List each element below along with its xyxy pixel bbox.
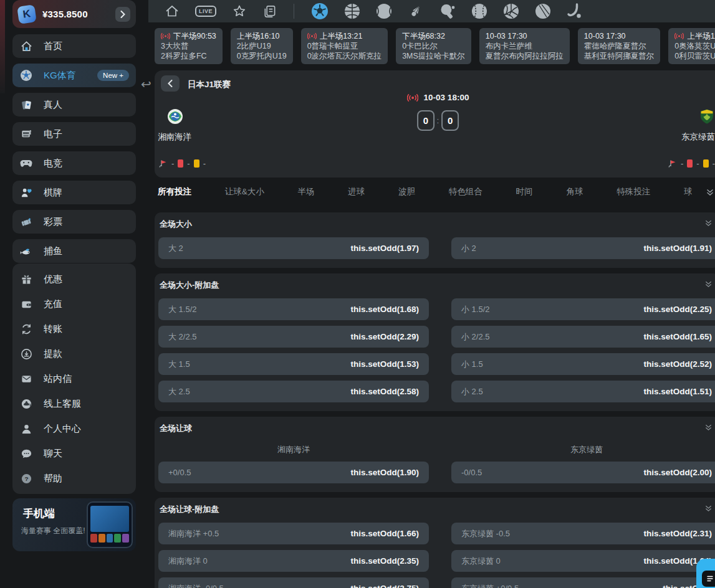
odd-button[interactable]: 湘南海洋 +0.5this.setOdd(1.66) [158, 523, 429, 544]
tab-half[interactable]: 半场 [298, 186, 315, 197]
odd-button[interactable]: 东京绿茵 +0/0.5this.setOdd( [451, 577, 715, 588]
odd-button[interactable]: 大 2this.setOdd(1.97) [158, 237, 429, 259]
collapse-chevron-icon[interactable] [704, 424, 713, 431]
sidebar-item-profile[interactable]: 个人中心 [12, 416, 136, 441]
back-button[interactable] [161, 75, 180, 92]
tab-all-bets[interactable]: 所有投注 [158, 186, 191, 197]
odd-button[interactable]: 小 2/2.5this.setOdd(1.65) [451, 326, 715, 348]
ticker-card[interactable]: 10-03 17:30 霍德哈萨隆夏普尔 基利亚特阿挪夏普尔 [578, 28, 661, 64]
sport-tennis-icon[interactable] [376, 3, 392, 19]
live-icon [307, 32, 317, 40]
tab-handicap-ou[interactable]: 让球&大小 [225, 186, 264, 197]
market-section-full-handicap: 全场让球 湘南海洋 东京绿茵 +0/0.5this.setOdd(1.90) -… [155, 417, 715, 492]
sidebar-item-esports[interactable]: 电竞 [12, 151, 136, 175]
sport-basketball-icon[interactable] [344, 3, 360, 19]
match-status: 上半场13:21 [320, 31, 363, 41]
chevron-double-right-icon[interactable] [706, 188, 714, 196]
selection-label: 小 2 [461, 243, 476, 254]
odd-value: this.setOdd(1.53) [350, 359, 419, 369]
selection-label: 大 1.5/2 [168, 304, 197, 315]
help-icon: ? [19, 473, 33, 485]
sidebar-item-home[interactable]: 首页 [12, 34, 136, 58]
ticker-card[interactable]: 下半场90:53 3大坎普 2科罗拉多FC [155, 28, 223, 64]
tab-corners[interactable]: 角球 [566, 186, 583, 197]
sidebar-item-transfer[interactable]: 转账 [12, 316, 136, 341]
match-status: 10-03 17:30 [486, 31, 527, 41]
sport-tabletennis-icon[interactable] [439, 3, 456, 19]
odd-value: this.setOdd(1.65) [643, 332, 712, 341]
sport-baseball-icon[interactable] [471, 3, 487, 19]
sidebar-item-deposit[interactable]: 充值 [12, 292, 136, 316]
odd-button[interactable]: 大 1.5/2this.setOdd(1.68) [158, 298, 429, 320]
tab-specials-combo[interactable]: 特色组合 [449, 186, 482, 197]
sport-hockey-icon[interactable] [567, 3, 583, 19]
ticker-card[interactable]: 上半场11:26 0奥洛莫茨U19 0利贝雷茨U19 [668, 28, 715, 64]
sidebar-item-slots[interactable]: 电子 [12, 122, 136, 146]
collapse-chevron-icon[interactable] [704, 219, 713, 227]
home-column-header: 湘南海洋 [158, 444, 429, 455]
sidebar-item-support[interactable]: 线上客服 [12, 391, 136, 416]
handicap-column-headers: 湘南海洋 东京绿茵 [158, 444, 715, 455]
betslip-float-button[interactable] [696, 559, 715, 588]
star-icon[interactable] [232, 4, 247, 19]
sidebar-item-fishing[interactable]: 捕鱼 [12, 239, 136, 263]
sport-badminton-icon[interactable] [408, 3, 424, 19]
tab-clipped[interactable]: 球 [684, 186, 693, 197]
collapse-chevron-icon[interactable] [704, 505, 713, 512]
odd-button[interactable]: 小 2this.setOdd(1.91) [451, 237, 715, 259]
balance-expand-button[interactable] [115, 7, 130, 22]
odd-button[interactable]: 大 2/2.5this.setOdd(2.29) [158, 326, 429, 348]
wallet-balance: ¥335.8500 [42, 9, 115, 19]
sidebar-item-poker[interactable]: 棋牌 [12, 181, 136, 204]
away-line: 0利贝雷茨U19 [674, 51, 715, 61]
sidebar-item-lottery[interactable]: 彩票 [12, 210, 136, 234]
sport-soccer-icon[interactable] [311, 2, 329, 20]
sidebar-item-messages[interactable]: 站内信 [12, 366, 136, 391]
sidebar-item-label: 真人 [44, 99, 62, 111]
odd-button[interactable]: 湘南海洋 0this.setOdd(2.35) [158, 550, 429, 572]
ticker-card[interactable]: 10-03 17:30 布内卡兰萨维 夏普尔布内阿拉拉阿拉 [479, 28, 570, 64]
ticker-card[interactable]: 上半场13:21 0普瑞卡帕提亚 0波尔塔瓦沃尔斯克拉 [301, 28, 388, 64]
sidebar-item-chat[interactable]: 聊天 [12, 441, 136, 466]
sidebar-item-help[interactable]: ? 帮助 [12, 466, 136, 491]
sport-cricket-icon[interactable] [535, 3, 551, 19]
odd-button[interactable]: 东京绿茵 0this.setOdd(1.64) [451, 550, 715, 572]
sidebar-item-label: 电竞 [44, 158, 62, 169]
sport-volleyball-icon[interactable] [503, 3, 519, 19]
sidebar-item-withdraw[interactable]: 提款 [12, 341, 136, 366]
sidebar-item-kg-sports[interactable]: KG体育 New + [12, 64, 136, 87]
tab-special-bets[interactable]: 特殊投注 [617, 186, 650, 197]
yellow-card-count: - [203, 159, 206, 168]
market-tabs: 所有投注 让球&大小 半场 进球 波胆 特色组合 时间 角球 特殊投注 球 [155, 183, 715, 201]
betslip-icon[interactable] [262, 4, 277, 19]
odd-button[interactable]: 大 1.5this.setOdd(1.53) [158, 353, 429, 375]
live-icon[interactable]: LIVE [195, 6, 216, 17]
ticker-card[interactable]: 下半场68:32 0卡巴比尔 3MS提拉哈卡默尔 [396, 28, 471, 64]
odd-button[interactable]: -0/0.5this.setOdd(2.00) [451, 462, 715, 483]
selection-label: 小 2/2.5 [461, 331, 490, 343]
odd-button[interactable]: +0/0.5this.setOdd(1.90) [158, 462, 429, 483]
tab-goals[interactable]: 进球 [348, 186, 365, 197]
odd-button[interactable]: 湘南海洋 -0/0.5this.setOdd(2.75) [158, 577, 429, 588]
chevron-right-icon [120, 11, 125, 18]
selection-label: 东京绿茵 0 [461, 556, 501, 567]
collapse-chevron-icon[interactable] [704, 280, 713, 288]
odd-button[interactable]: 小 1.5this.setOdd(2.52) [451, 353, 715, 375]
mobile-app-banner[interactable]: 手机端 海量赛事 全面覆盖! [12, 498, 136, 551]
sidebar-item-label: KG体育 [44, 70, 76, 82]
sidebar-item-live-casino[interactable]: 真人 [12, 93, 136, 116]
tab-correct-score[interactable]: 波胆 [398, 186, 415, 197]
sidebar-item-label: 捕鱼 [44, 245, 62, 257]
market-section-full-ou-extra: 全场大小-附加盘 大 1.5/2this.setOdd(1.68) 小 1.5/… [155, 273, 715, 411]
tab-time[interactable]: 时间 [516, 186, 533, 197]
home-team-logo [167, 108, 183, 125]
user-icon [19, 423, 33, 435]
odd-button[interactable]: 大 2.5this.setOdd(2.58) [158, 381, 429, 402]
odd-button[interactable]: 小 2.5this.setOdd(1.51) [451, 381, 715, 402]
odd-button[interactable]: 东京绿茵 -0.5this.setOdd(2.31) [451, 523, 715, 544]
sidebar-item-label: 个人中心 [44, 423, 81, 435]
ticker-card[interactable]: 上半场16:10 2比萨U19 0克罗托内U19 [231, 28, 293, 64]
odd-button[interactable]: 小 1.5/2this.setOdd(2.25) [451, 298, 715, 320]
sidebar-item-promotions[interactable]: 优惠 [12, 267, 136, 292]
home-icon[interactable] [165, 4, 180, 19]
